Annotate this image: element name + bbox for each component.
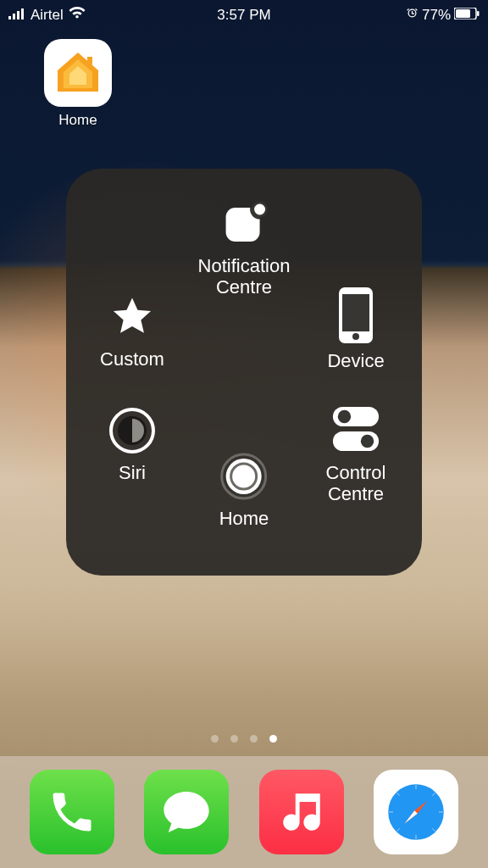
- svg-rect-5: [456, 9, 470, 18]
- assistive-touch-menu: Notification Centre Custom Device Siri: [66, 169, 422, 576]
- star-icon: [108, 292, 157, 342]
- svg-rect-3: [21, 8, 24, 19]
- home-screen: Airtel 3:57 PM 77% Home: [0, 0, 488, 868]
- at-label: Device: [327, 350, 384, 371]
- svg-point-17: [361, 435, 374, 448]
- at-notification-centre[interactable]: Notification Centre: [198, 199, 291, 298]
- app-home[interactable]: Home: [36, 39, 120, 129]
- app-label: Home: [58, 112, 97, 129]
- page-indicator[interactable]: [211, 735, 277, 743]
- svg-rect-1: [13, 14, 15, 19]
- at-custom[interactable]: Custom: [81, 292, 183, 370]
- home-app-icon: [44, 39, 112, 107]
- safari-icon: [380, 776, 452, 848]
- svg-point-11: [352, 333, 359, 340]
- dock: [0, 756, 488, 868]
- siri-icon: [108, 406, 157, 455]
- at-label: Control Centre: [326, 462, 386, 505]
- status-bar: Airtel 3:57 PM 77%: [0, 0, 488, 25]
- dock-app-messages[interactable]: [144, 770, 229, 854]
- dock-app-phone[interactable]: [30, 770, 114, 854]
- at-label: Home: [219, 508, 269, 529]
- battery-icon: [454, 7, 480, 24]
- svg-point-15: [338, 410, 351, 423]
- page-dot: [211, 735, 219, 743]
- at-label: Siri: [119, 462, 146, 483]
- at-device[interactable]: Device: [305, 287, 407, 371]
- control-centre-icon: [331, 403, 380, 455]
- home-button-icon: [219, 452, 269, 501]
- dock-app-music[interactable]: [259, 770, 344, 854]
- signal-bars-icon: [8, 7, 25, 24]
- at-control-centre[interactable]: Control Centre: [305, 403, 407, 505]
- page-dot: [250, 735, 258, 743]
- at-label: Custom: [100, 348, 164, 370]
- at-home[interactable]: Home: [219, 452, 269, 529]
- page-dot: [230, 735, 238, 743]
- svg-point-8: [252, 202, 268, 217]
- battery-percent: 77%: [422, 7, 451, 24]
- notification-centre-icon: [219, 199, 269, 248]
- svg-rect-0: [8, 16, 11, 19]
- svg-rect-10: [342, 294, 369, 331]
- dock-app-safari[interactable]: [374, 770, 458, 854]
- page-dot: [269, 735, 277, 743]
- device-icon: [331, 287, 380, 343]
- svg-rect-6: [477, 11, 480, 16]
- status-time: 3:57 PM: [217, 7, 270, 24]
- at-siri[interactable]: Siri: [81, 406, 183, 483]
- music-note-icon: [277, 787, 326, 837]
- at-label: Notification Centre: [198, 255, 291, 298]
- svg-rect-2: [17, 11, 19, 19]
- alarm-icon: [406, 7, 419, 24]
- messages-icon: [159, 785, 214, 839]
- carrier-name: Airtel: [30, 7, 64, 24]
- phone-icon: [47, 787, 97, 837]
- wifi-icon: [69, 7, 86, 24]
